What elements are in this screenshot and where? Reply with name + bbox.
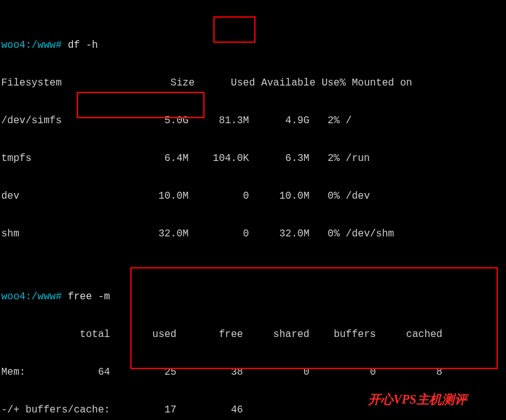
cmd-df: df -h xyxy=(68,40,98,51)
prompt-path: woo4:/www# xyxy=(1,291,62,302)
cmd-free: free -m xyxy=(68,291,110,302)
df-row: tmpfs 6.4M 104.0K 6.3M 2% /run xyxy=(1,152,506,165)
df-row: shm 32.0M 0 32.0M 0% /dev/shm xyxy=(1,228,506,240)
prompt-path: woo4:/www# xyxy=(1,40,62,51)
df-row: dev 10.0M 0 10.0M 0% /dev xyxy=(1,190,506,202)
highlight-processes xyxy=(130,267,498,369)
df-header: Filesystem Size Used Available Use% Moun… xyxy=(1,77,506,89)
watermark-text: 开心VPS主机测评 xyxy=(368,393,467,406)
terminal-output: woo4:/www# df -h Filesystem Size Used Av… xyxy=(0,0,506,420)
df-row: /dev/simfs 5.0G 81.3M 4.9G 2% / xyxy=(1,114,506,127)
free-header: total used free shared buffers cached xyxy=(1,328,506,341)
free-mem: Mem: 64 25 38 0 0 8 xyxy=(1,366,506,379)
